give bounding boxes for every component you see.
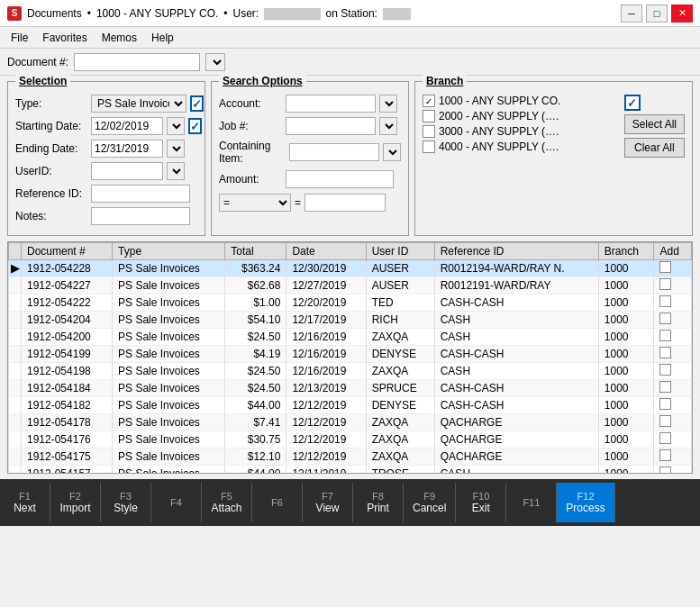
row-add[interactable]	[654, 312, 692, 329]
ending-date-input[interactable]	[91, 140, 163, 158]
row-add[interactable]	[654, 363, 692, 380]
fn-label: Attach	[211, 502, 241, 514]
branch-checkbox-4000[interactable]	[423, 140, 435, 153]
row-refid: CASH-CASH	[434, 380, 598, 397]
userid-dropdown[interactable]	[167, 162, 185, 180]
row-add[interactable]	[654, 380, 692, 397]
containing-input[interactable]	[289, 143, 379, 161]
row-arrow	[9, 397, 22, 414]
fn-key-f3[interactable]: F3 Style	[101, 483, 151, 522]
ending-date-dropdown[interactable]	[167, 140, 185, 158]
row-add[interactable]	[654, 294, 692, 312]
amount-eq-input[interactable]	[305, 194, 386, 212]
minimize-button[interactable]: ─	[621, 5, 642, 23]
add-checkbox[interactable]	[659, 313, 671, 324]
table-row[interactable]: ▶ 1912-054228 PS Sale Invoices $363.24 1…	[9, 260, 692, 277]
fn-key-f7[interactable]: F7 View	[303, 483, 353, 522]
reference-id-input[interactable]	[91, 185, 190, 203]
row-add[interactable]	[654, 466, 692, 474]
table-row[interactable]: 1912-054222 PS Sale Invoices $1.00 12/20…	[9, 294, 692, 312]
document-dropdown[interactable]	[205, 53, 225, 71]
row-date: 12/16/2019	[286, 346, 366, 363]
fn-key-f11[interactable]: F11	[506, 483, 557, 522]
row-arrow	[9, 448, 22, 466]
table-scroll[interactable]: Document # Type Total Date User ID Refer…	[8, 242, 692, 473]
row-add[interactable]	[654, 329, 692, 346]
fn-key-f9[interactable]: F9 Cancel	[404, 483, 456, 522]
row-add[interactable]	[654, 397, 692, 414]
add-checkbox[interactable]	[659, 330, 671, 341]
menu-favorites[interactable]: Favorites	[35, 30, 94, 46]
table-row[interactable]: 1912-054176 PS Sale Invoices $30.75 12/1…	[9, 431, 692, 448]
row-total: $54.10	[225, 312, 286, 329]
account-input[interactable]	[286, 95, 376, 113]
job-dropdown[interactable]	[379, 117, 397, 135]
account-dropdown[interactable]	[379, 95, 397, 113]
document-input[interactable]	[74, 53, 200, 71]
clear-all-button[interactable]: Clear All	[624, 138, 685, 158]
notes-input[interactable]	[91, 207, 190, 225]
menu-help[interactable]: Help	[144, 30, 181, 46]
branch-checkbox-1000[interactable]	[423, 95, 435, 107]
table-row[interactable]: 1912-054204 PS Sale Invoices $54.10 12/1…	[9, 312, 692, 329]
row-add[interactable]	[654, 414, 692, 431]
add-checkbox[interactable]	[659, 398, 671, 410]
fn-key-f8[interactable]: F8 Print	[353, 483, 404, 522]
add-checkbox[interactable]	[659, 415, 671, 427]
table-row[interactable]: 1912-054199 PS Sale Invoices $4.19 12/16…	[9, 346, 692, 363]
fn-num: F10	[472, 491, 489, 502]
close-button[interactable]: ✕	[671, 5, 693, 23]
fn-key-f5[interactable]: F5 Attach	[202, 483, 252, 522]
select-all-button[interactable]: Select All	[624, 114, 685, 134]
table-row[interactable]: 1912-054157 PS Sale Invoices $44.00 12/1…	[9, 466, 692, 474]
table-row[interactable]: 1912-054200 PS Sale Invoices $24.50 12/1…	[9, 329, 692, 346]
amount-input[interactable]	[286, 170, 394, 188]
fn-label: Next	[14, 502, 36, 514]
fn-key-f12[interactable]: F12 Process	[557, 483, 614, 522]
branch-main-checkbox[interactable]	[624, 95, 641, 111]
row-add[interactable]	[654, 346, 692, 363]
add-checkbox[interactable]	[659, 347, 671, 358]
menu-file[interactable]: File	[4, 30, 35, 46]
amount-operator-select[interactable]: = < >	[219, 194, 291, 212]
userid-input[interactable]	[91, 162, 163, 180]
maximize-button[interactable]: □	[646, 5, 668, 23]
row-type: PS Sale Invoices	[113, 380, 225, 397]
branch-checkbox-3000[interactable]	[423, 125, 435, 138]
table-row[interactable]: 1912-054184 PS Sale Invoices $24.50 12/1…	[9, 380, 692, 397]
table-row[interactable]: 1912-054175 PS Sale Invoices $12.10 12/1…	[9, 448, 692, 466]
add-checkbox[interactable]	[659, 467, 671, 473]
menu-memos[interactable]: Memos	[95, 30, 144, 46]
fn-key-f2[interactable]: F2 Import	[50, 483, 101, 522]
table-row[interactable]: 1912-054178 PS Sale Invoices $7.41 12/12…	[9, 414, 692, 431]
starting-date-checkbox[interactable]	[188, 118, 202, 134]
row-userid: SPRUCE	[366, 380, 434, 397]
starting-date-dropdown[interactable]	[167, 117, 185, 135]
row-add[interactable]	[654, 448, 692, 466]
add-checkbox[interactable]	[659, 381, 671, 393]
table-row[interactable]: 1912-054182 PS Sale Invoices $44.00 12/1…	[9, 397, 692, 414]
table-row[interactable]: 1912-054198 PS Sale Invoices $24.50 12/1…	[9, 363, 692, 380]
starting-date-input[interactable]	[91, 117, 163, 135]
add-checkbox[interactable]	[659, 278, 671, 290]
fn-key-f10[interactable]: F10 Exit	[456, 483, 506, 522]
add-checkbox[interactable]	[659, 261, 671, 273]
row-userid: DENYSE	[366, 346, 434, 363]
type-checkbox[interactable]	[190, 95, 204, 112]
table-row[interactable]: 1912-054227 PS Sale Invoices $62.68 12/2…	[9, 277, 692, 294]
row-refid: CASH-CASH	[434, 397, 598, 414]
add-checkbox[interactable]	[659, 449, 671, 461]
job-input[interactable]	[286, 117, 376, 135]
row-add[interactable]	[654, 260, 692, 277]
fn-key-f4[interactable]: F4	[151, 483, 202, 522]
add-checkbox[interactable]	[659, 295, 671, 307]
add-checkbox[interactable]	[659, 364, 671, 376]
branch-checkbox-2000[interactable]	[423, 110, 435, 122]
add-checkbox[interactable]	[659, 432, 671, 444]
row-add[interactable]	[654, 431, 692, 448]
containing-dropdown[interactable]	[383, 143, 401, 161]
row-add[interactable]	[654, 277, 692, 294]
fn-key-f6[interactable]: F6	[252, 483, 303, 522]
fn-key-f1[interactable]: F1 Next	[0, 483, 50, 522]
type-select[interactable]: PS Sale Invoices	[91, 95, 186, 113]
